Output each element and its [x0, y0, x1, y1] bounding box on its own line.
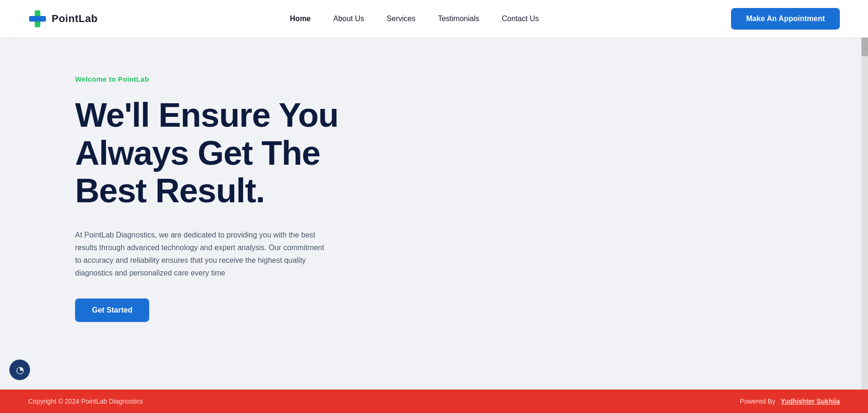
scrollbar-track[interactable]: [861, 0, 868, 413]
nav-services[interactable]: Services: [387, 15, 415, 23]
nav-testimonials[interactable]: Testimonials: [438, 15, 479, 23]
main-content: Welcome to PointLab We'll Ensure You Alw…: [0, 38, 422, 378]
logo-area: PointLab: [28, 9, 98, 28]
footer-copyright: Copyright © 2024 PointLab Diagnostics: [28, 398, 143, 405]
nav-home[interactable]: Home: [290, 15, 311, 23]
nav-contact[interactable]: Contact Us: [502, 15, 539, 23]
accessibility-icon: ◔: [16, 364, 24, 375]
hero-heading-line3: Best Result.: [75, 172, 265, 209]
navbar-right: Make An Appointment: [731, 8, 840, 30]
footer-powered-by: Powered By Yudhishter Sukhija: [740, 398, 840, 405]
nav-about[interactable]: About Us: [333, 15, 364, 23]
logo-text: PointLab: [52, 13, 98, 25]
cta-button[interactable]: Get Started: [75, 298, 149, 322]
accessibility-button[interactable]: ◔: [9, 359, 30, 380]
welcome-label: Welcome to PointLab: [75, 75, 347, 83]
powered-by-link[interactable]: Yudhishter Sukhija: [781, 398, 840, 405]
logo-icon: [28, 9, 47, 28]
hero-heading-line1: We'll Ensure You: [75, 96, 338, 134]
navbar: PointLab Home About Us Services Testimon…: [0, 0, 868, 38]
svg-rect-1: [29, 16, 46, 22]
powered-by-label: Powered By: [740, 398, 775, 405]
hero-heading-line2: Always Get The: [75, 134, 320, 172]
hero-heading: We'll Ensure You Always Get The Best Res…: [75, 96, 347, 210]
hero-description: At PointLab Diagnostics, we are dedicate…: [75, 229, 328, 280]
appointment-button[interactable]: Make An Appointment: [731, 8, 840, 30]
nav-links: Home About Us Services Testimonials Cont…: [290, 15, 539, 23]
footer: Copyright © 2024 PointLab Diagnostics Po…: [0, 390, 868, 413]
